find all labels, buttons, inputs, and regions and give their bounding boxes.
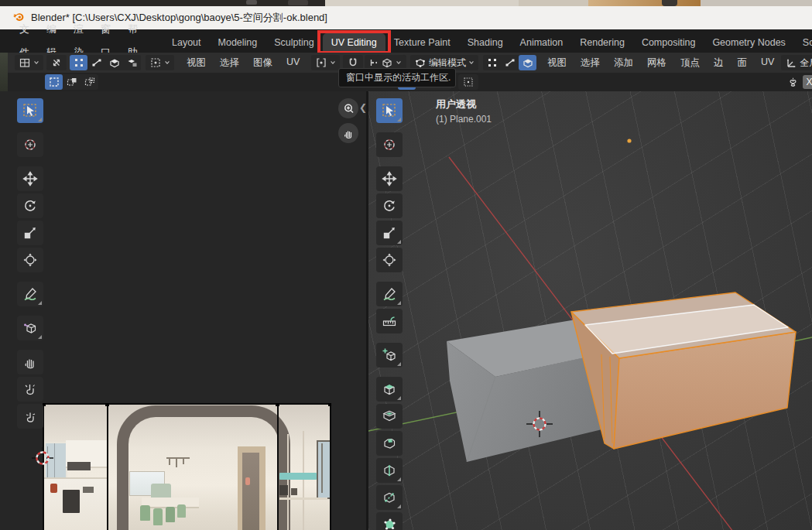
light-object-dot[interactable] (627, 138, 631, 142)
tool-move[interactable] (376, 166, 403, 191)
uv-select-action-select-extend[interactable] (63, 74, 81, 90)
mesh-select-mode-face[interactable] (519, 55, 536, 70)
tool-tweak[interactable] (17, 98, 43, 123)
dashed-square-icon (462, 76, 475, 88)
tool-cursor[interactable] (376, 132, 403, 157)
tool-grab[interactable] (17, 350, 43, 374)
viewport-menu-mesh[interactable]: 网格 (640, 56, 673, 70)
selext-icon (66, 76, 78, 88)
proportional-falloff-icon[interactable] (786, 76, 800, 89)
hand-icon (342, 127, 355, 139)
tab-texture-paint[interactable]: Texture Paint (385, 33, 459, 53)
viewport-menu-vertex[interactable]: 顶点 (673, 56, 707, 70)
uv-editor-icon (19, 56, 31, 69)
tool-bevel[interactable] (376, 431, 403, 456)
selected-box-object[interactable] (571, 292, 796, 449)
tool-transform[interactable] (376, 248, 403, 272)
tab-uv-editing[interactable]: UV Editing (323, 33, 385, 53)
rip-icon (22, 320, 38, 336)
tool-annotate[interactable] (17, 282, 43, 306)
viewport-menu-edge[interactable]: 边 (707, 56, 731, 70)
cursor-icon (382, 137, 397, 152)
transform-orientation-dropdown[interactable]: 全局 (781, 55, 812, 70)
pano-chair (140, 505, 150, 521)
uv-sticky-selection-dropdown[interactable] (146, 55, 174, 70)
tab-animation[interactable]: Animation (512, 33, 572, 53)
tool-add-cube[interactable] (376, 343, 403, 368)
menu-bar: 文件编辑渲染窗口帮助 LayoutModelingSculptingUV Edi… (0, 29, 812, 53)
viewport-menu-face[interactable]: 面 (731, 56, 755, 70)
pivot-icon (315, 56, 327, 69)
viewport-menu-add[interactable]: 添加 (607, 56, 640, 70)
tool-pinch[interactable] (17, 404, 43, 429)
tool-knife[interactable] (376, 485, 403, 510)
uv-select-mode-group (70, 55, 141, 70)
zoom-gizmo[interactable] (338, 98, 358, 118)
tool-tweak[interactable] (376, 98, 403, 123)
uv-select-mode-edge[interactable] (87, 55, 105, 70)
uv-image-panorama (43, 403, 331, 530)
edit-mode-icon (414, 56, 427, 69)
bevel-icon (382, 436, 397, 451)
mesh-select-mode-vertex[interactable] (483, 55, 501, 70)
tool-scale[interactable] (376, 221, 403, 245)
uv-editor-type-button[interactable] (15, 55, 43, 70)
viewport-menu-view[interactable]: 视图 (540, 56, 574, 70)
tool-inset-faces[interactable] (376, 404, 403, 429)
sidebar-collapse-arrow[interactable]: ❮ (359, 102, 366, 113)
tab-geometry-nodes[interactable]: Geometry Nodes (704, 33, 793, 53)
tool-measure[interactable] (376, 309, 403, 333)
uv-menu-select[interactable]: 选择 (213, 56, 246, 70)
tab-compositing[interactable]: Compositing (633, 33, 704, 53)
mesh-select-mode-group (483, 55, 536, 70)
tab-sculpting[interactable]: Sculpting (266, 33, 322, 53)
tab-script[interactable]: Script (794, 33, 812, 53)
uv-select-action-select-new[interactable] (45, 74, 63, 90)
tool-rip-region[interactable] (17, 316, 43, 340)
tool-extrude-region[interactable] (376, 377, 403, 402)
relax-icon (22, 381, 38, 397)
tool-move[interactable] (17, 166, 43, 191)
rotate-icon (382, 198, 397, 214)
tab-layout[interactable]: Layout (163, 33, 210, 53)
workspace-tabs: LayoutModelingSculptingUV EditingTexture… (163, 29, 812, 53)
tab-rendering[interactable]: Rendering (571, 33, 633, 53)
mirror-x-button[interactable]: X (803, 75, 812, 89)
tool-transform[interactable] (17, 248, 43, 272)
uv-header: 视图选择图像UV (0, 53, 379, 73)
uv-editor-canvas[interactable]: ❮ (0, 91, 366, 530)
uv-select-action-select-subtract[interactable] (81, 74, 98, 90)
uv-menu-image[interactable]: 图像 (246, 56, 279, 70)
selnew-icon (48, 76, 60, 88)
mesh-select-mode-edge[interactable] (501, 55, 519, 70)
tool-relax[interactable] (17, 377, 43, 402)
uv-select-mode-face[interactable] (105, 55, 123, 70)
uv-select-mode-island[interactable] (123, 55, 141, 70)
pan-gizmo[interactable] (338, 123, 358, 143)
tab-modeling[interactable]: Modeling (210, 33, 266, 53)
tool-scale[interactable] (17, 221, 43, 245)
tool-rotate[interactable] (376, 193, 403, 218)
uv-select-actions (45, 74, 98, 90)
tweak-icon (382, 103, 397, 118)
viewport-3d-canvas[interactable]: 用户透视 (1) Plane.001 (368, 91, 812, 530)
mode-label: 编辑模式 (429, 56, 466, 70)
tool-rotate[interactable] (17, 193, 43, 218)
tab-shading[interactable]: Shading (459, 33, 512, 53)
uv-sync-selection-toggle[interactable] (46, 55, 67, 70)
select-through-toggle[interactable] (458, 74, 478, 90)
viewport-menu-uv[interactable]: UV (754, 56, 781, 70)
viewport-menu-select[interactable]: 选择 (574, 56, 607, 70)
cursor-icon (22, 137, 38, 152)
uv-menu-view[interactable]: 视图 (180, 56, 213, 70)
tweak-icon (22, 103, 38, 118)
uv-menu-uv[interactable]: UV (279, 56, 307, 70)
tool-poly-build[interactable] (376, 512, 403, 530)
tool-annotate[interactable] (376, 282, 403, 306)
uv-select-mode-vertex[interactable] (70, 55, 87, 70)
tool-cursor[interactable] (17, 132, 43, 157)
uv-pivot-dropdown[interactable] (311, 55, 340, 70)
tool-loop-cut[interactable] (376, 458, 403, 483)
active-object-label: (1) Plane.001 (436, 114, 492, 125)
move-icon (382, 171, 397, 186)
